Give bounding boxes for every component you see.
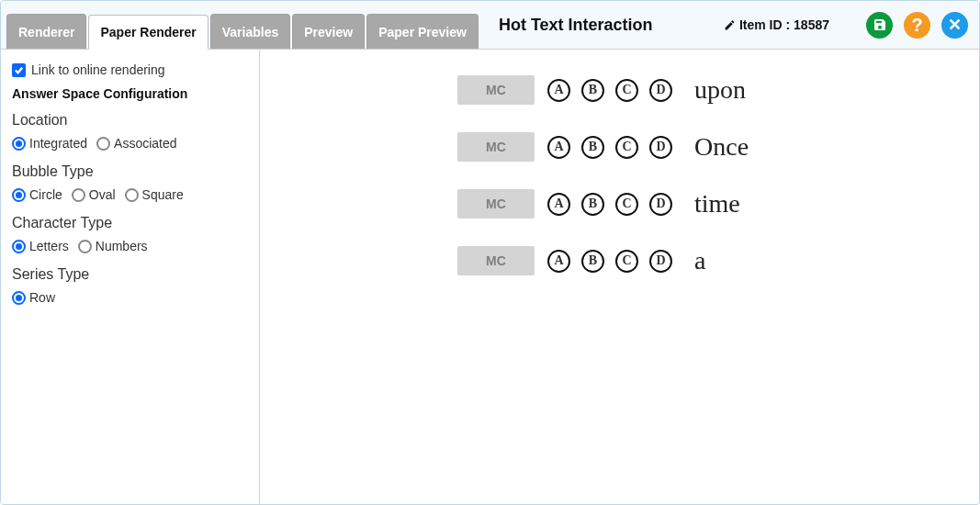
sidebar: Link to online rendering Answer Space Co…: [1, 50, 260, 504]
location-label: Location: [12, 112, 248, 129]
page-title: Hot Text Interaction: [499, 16, 653, 35]
question-row: MC A B C D upon: [287, 75, 952, 105]
link-online-checkbox[interactable]: [12, 63, 26, 77]
bubble-c[interactable]: C: [615, 193, 638, 216]
bubble-b[interactable]: B: [581, 193, 604, 216]
save-button[interactable]: [866, 12, 893, 39]
radio-location-associated[interactable]: [96, 137, 110, 151]
radio-bubble-oval[interactable]: [72, 188, 85, 202]
radio-character-numbers[interactable]: [78, 240, 92, 253]
bubble-d[interactable]: D: [649, 250, 672, 273]
bubble-group: A B C D: [547, 79, 672, 102]
radio-location-integrated[interactable]: [12, 137, 26, 151]
tab-paper-renderer[interactable]: Paper Renderer: [88, 15, 208, 50]
radio-character-numbers-label: Numbers: [96, 239, 148, 253]
tab-renderer[interactable]: Renderer: [6, 14, 86, 49]
config-title: Answer Space Configuration: [12, 86, 248, 101]
answer-text: upon: [694, 75, 746, 105]
bubble-a[interactable]: A: [547, 136, 570, 159]
answer-text: Once: [694, 132, 749, 162]
answer-text: a: [694, 246, 705, 275]
link-online-row: Link to online rendering: [12, 62, 248, 77]
tab-preview[interactable]: Preview: [292, 14, 365, 49]
bubble-type-label: Bubble Type: [12, 163, 248, 180]
radio-bubble-square[interactable]: [125, 188, 139, 202]
bubble-a[interactable]: A: [547, 79, 570, 102]
bubble-d[interactable]: D: [649, 193, 672, 216]
location-options: Integrated Associated: [12, 136, 248, 151]
bubble-type-options: Circle Oval Square: [12, 187, 248, 202]
bubble-group: A B C D: [547, 250, 672, 273]
bubble-b[interactable]: B: [581, 136, 604, 159]
bubble-d[interactable]: D: [649, 136, 672, 159]
series-type-label: Series Type: [12, 266, 248, 283]
mc-badge: MC: [457, 246, 535, 275]
bubble-a[interactable]: A: [547, 193, 570, 216]
bubble-b[interactable]: B: [581, 79, 604, 102]
save-icon: [873, 17, 887, 32]
question-row: MC A B C D time: [287, 189, 952, 219]
radio-character-letters-label: Letters: [29, 239, 69, 253]
bubble-c[interactable]: C: [615, 250, 638, 273]
character-type-options: Letters Numbers: [12, 239, 248, 253]
bubble-c[interactable]: C: [615, 136, 638, 159]
radio-location-associated-label: Associated: [114, 136, 176, 151]
answer-text: time: [694, 189, 740, 219]
radio-series-row-label: Row: [29, 290, 55, 305]
character-type-label: Character Type: [12, 215, 248, 231]
bubble-d[interactable]: D: [649, 79, 672, 102]
app-window: Renderer Paper Renderer Variables Previe…: [0, 0, 980, 505]
mc-badge: MC: [457, 189, 535, 219]
radio-location-integrated-label: Integrated: [29, 136, 87, 151]
close-button[interactable]: ✕: [941, 12, 968, 39]
radio-bubble-square-label: Square: [142, 187, 184, 202]
bubble-b[interactable]: B: [581, 250, 604, 273]
bubble-a[interactable]: A: [547, 250, 570, 273]
check-icon: [14, 65, 24, 75]
tab-bar: Renderer Paper Renderer Variables Previe…: [6, 1, 479, 49]
close-icon: ✕: [948, 15, 962, 35]
radio-series-row[interactable]: [12, 291, 26, 305]
help-button[interactable]: ?: [904, 12, 930, 39]
mc-badge: MC: [457, 75, 535, 105]
question-row: MC A B C D Once: [287, 132, 952, 162]
series-type-options: Row: [12, 290, 248, 305]
radio-bubble-circle-label: Circle: [29, 187, 62, 202]
tab-variables[interactable]: Variables: [210, 14, 291, 49]
main-content: MC A B C D upon MC A B C D Once: [260, 50, 979, 504]
mc-badge: MC: [457, 132, 535, 162]
radio-bubble-circle[interactable]: [12, 188, 26, 202]
question-row: MC A B C D a: [287, 246, 952, 275]
bubble-group: A B C D: [547, 193, 672, 216]
radio-bubble-oval-label: Oval: [89, 187, 116, 202]
item-id-label: Item ID : 18587: [724, 17, 829, 32]
pencil-icon: [724, 19, 736, 31]
tab-paper-preview[interactable]: Paper Preview: [366, 14, 479, 49]
bubble-group: A B C D: [547, 136, 672, 159]
bubble-c[interactable]: C: [615, 79, 638, 102]
body: Link to online rendering Answer Space Co…: [1, 50, 979, 504]
radio-character-letters[interactable]: [12, 240, 26, 253]
help-icon: ?: [911, 15, 922, 36]
topbar: Renderer Paper Renderer Variables Previe…: [1, 1, 979, 50]
link-online-label: Link to online rendering: [31, 62, 165, 77]
